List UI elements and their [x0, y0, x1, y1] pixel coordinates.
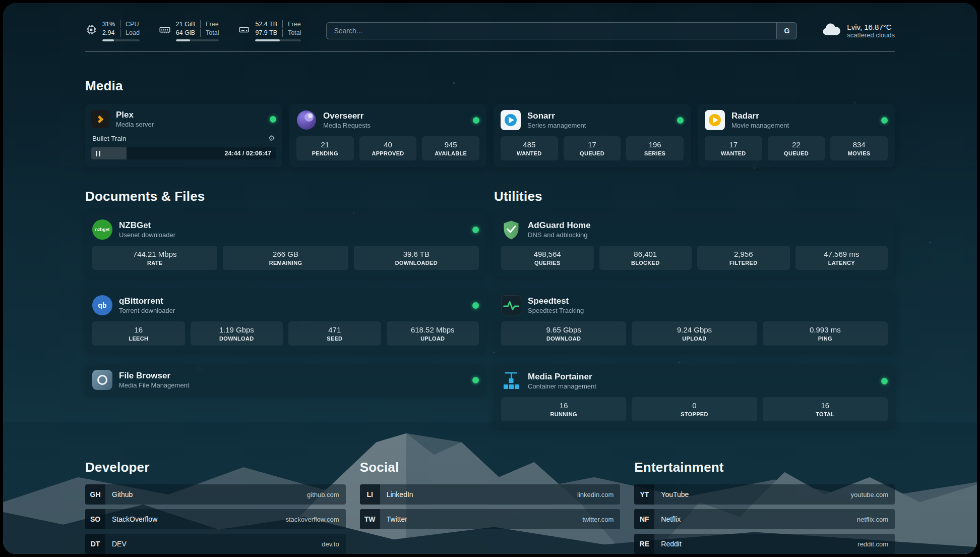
bookmark-netflix[interactable]: NF Netflix netflix.com [634, 509, 895, 529]
nzbget-card[interactable]: nzbget NZBGet Usenet downloader 744.21 M… [85, 213, 486, 277]
social-column: Social LI LinkedIn linkedin.com TW Twitt… [360, 460, 621, 554]
memory-total-label: Total [200, 29, 219, 37]
portainer-card[interactable]: Media Portainer Container management 16R… [494, 365, 895, 428]
stat-box: 9.24 GbpsUPLOAD [632, 321, 757, 346]
stat-box: 266 GBREMAINING [223, 246, 348, 270]
status-dot [472, 377, 479, 383]
memory-total-value: 64 GiB [176, 29, 200, 37]
bookmark-github[interactable]: GH Github github.com [85, 484, 346, 505]
stat-box: 485WANTED [501, 136, 558, 160]
pause-icon[interactable] [96, 151, 100, 156]
app-name: Overseerr [323, 110, 371, 121]
app-name: Media Portainer [528, 371, 596, 382]
nzbget-icon: nzbget [92, 219, 112, 240]
stat-box: 9.65 GbpsDOWNLOAD [501, 321, 626, 346]
qbittorrent-icon: qb [92, 295, 112, 315]
stat-box: 0.993 msPING [763, 321, 888, 346]
stat-box: 21PENDING [296, 136, 354, 160]
plex-icon [91, 110, 109, 128]
cpu-percent-value: 31% [102, 20, 120, 28]
playback-time: 24:44 / 02:06:47 [225, 150, 276, 157]
stat-box: 744.21 MbpsRATE [92, 246, 217, 270]
reddit-icon: RE [634, 534, 654, 554]
app-desc: Media server [116, 120, 154, 129]
bookmark-twitter[interactable]: TW Twitter twitter.com [360, 509, 621, 529]
bookmark-stackoverflow[interactable]: SO StackOverflow stackoverflow.com [85, 509, 346, 529]
stat-box: 471SEED [288, 321, 381, 346]
status-dot [881, 117, 888, 124]
bookmark-youtube[interactable]: YT YouTube youtube.com [634, 484, 895, 505]
app-desc: Usenet downloader [119, 231, 175, 239]
portainer-icon [501, 371, 521, 391]
app-name: qBittorrent [119, 296, 175, 306]
weather-location: Lviv, 16.87°C [847, 23, 895, 31]
stat-box: 39.6 TBDOWNLOADED [354, 246, 479, 270]
stat-box: 834MOVIES [830, 136, 888, 160]
radarr-card[interactable]: Radarr Movie management 17WANTED 22QUEUE… [698, 104, 895, 168]
youtube-icon: YT [634, 484, 654, 505]
twitter-icon: TW [360, 509, 380, 529]
playback-progress-bar[interactable]: 24:44 / 02:06:47 [91, 147, 276, 159]
search-input[interactable] [327, 23, 776, 39]
sonarr-icon [501, 110, 521, 130]
search-bar: G [326, 22, 797, 39]
section-title-developer: Developer [85, 460, 346, 475]
settings-gear-icon[interactable]: ⚙ [269, 134, 275, 143]
section-title-documents: Documents & Files [85, 189, 486, 204]
status-dot [881, 378, 888, 384]
app-desc: Movie management [731, 121, 789, 130]
cpu-icon [85, 24, 97, 38]
filebrowser-icon [92, 370, 112, 390]
stat-box: 196SERIES [626, 136, 684, 160]
storage-stat: 52.4 TB Free 97.9 TB Total [238, 20, 301, 41]
cloud-icon [820, 23, 841, 39]
app-name: NZBGet [119, 220, 175, 231]
plex-card[interactable]: Plex Media server Bullet Train ⚙ 24:44 /… [85, 104, 282, 168]
cpu-progress-bar [102, 39, 140, 41]
section-title-social: Social [360, 460, 621, 475]
weather-widget: Lviv, 16.87°C scattered clouds [820, 23, 895, 39]
stat-box: 618.52 MbpsUPLOAD [387, 321, 479, 346]
adguard-card[interactable]: AdGuard Home DNS and adblocking 498,564Q… [494, 213, 895, 277]
filebrowser-card[interactable]: File Browser Media File Management [85, 365, 486, 395]
adguard-icon [501, 219, 521, 240]
app-desc: Speedtest Tracking [528, 306, 584, 315]
qbittorrent-card[interactable]: qb qBittorrent Torrent downloader 16LEEC… [85, 289, 486, 353]
stat-box: 498,564QUERIES [501, 246, 594, 270]
system-stats: 31% CPU 2.94 Load [85, 20, 301, 41]
section-title-utilities: Utilities [494, 189, 895, 204]
stat-box: 16RUNNING [501, 397, 626, 421]
status-dot [472, 227, 479, 233]
app-desc: Series management [527, 121, 586, 130]
stat-box: 17WANTED [705, 136, 762, 160]
cpu-label: CPU [120, 20, 140, 28]
memory-free-value: 21 GiB [176, 20, 200, 28]
bookmark-reddit[interactable]: RE Reddit reddit.com [634, 534, 895, 554]
stat-box: 945AVAILABLE [422, 136, 479, 160]
radarr-icon [705, 110, 725, 130]
app-name: AdGuard Home [528, 220, 591, 231]
status-dot [677, 117, 684, 124]
cpu-stat: 31% CPU 2.94 Load [85, 20, 140, 41]
app-name: Speedtest [528, 296, 584, 306]
overseerr-card[interactable]: Overseerr Media Requests 21PENDING 40APP… [289, 104, 486, 168]
section-title-entertainment: Entertainment [634, 460, 895, 475]
dashboard-screen: 31% CPU 2.94 Load [3, 3, 977, 554]
entertainment-column: Entertainment YT YouTube youtube.com NF … [634, 460, 895, 554]
status-dot [472, 302, 479, 309]
stat-box: 2,956FILTERED [697, 246, 790, 270]
stat-box: 17QUEUED [564, 136, 621, 160]
cpu-load-value: 2.94 [102, 29, 120, 37]
app-name: Sonarr [527, 110, 586, 121]
sonarr-card[interactable]: Sonarr Series management 485WANTED 17QUE… [494, 104, 691, 168]
memory-stat: 21 GiB Free 64 GiB Total [159, 20, 219, 41]
bookmark-linkedin[interactable]: LI LinkedIn linkedin.com [360, 484, 621, 505]
bookmark-dev[interactable]: DT DEV dev.to [85, 534, 346, 554]
top-bar: 31% CPU 2.94 Load [85, 20, 895, 41]
stat-box: 47.569 msLATENCY [795, 246, 888, 270]
storage-free-value: 52.4 TB [255, 20, 282, 28]
speedtest-card[interactable]: Speedtest Speedtest Tracking 9.65 GbpsDO… [494, 289, 895, 353]
search-engine-button[interactable]: G [776, 23, 797, 39]
app-desc: Media File Management [119, 381, 189, 389]
app-desc: DNS and adblocking [528, 231, 591, 239]
